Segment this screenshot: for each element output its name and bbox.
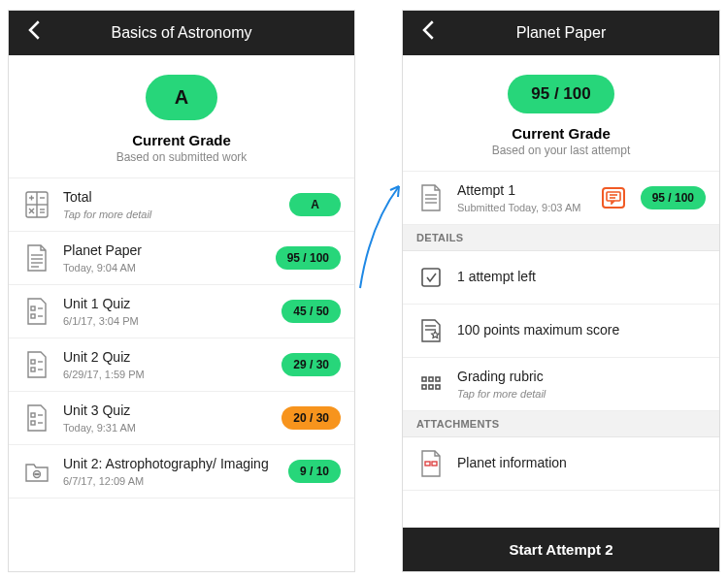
grade-summary: A Current Grade Based on submitted work bbox=[9, 55, 354, 178]
svg-rect-44 bbox=[436, 385, 440, 389]
svg-rect-36 bbox=[422, 269, 440, 286]
grade-pill: A bbox=[289, 193, 341, 216]
grade-item-unit3-quiz[interactable]: Unit 3 Quiz Today, 9:31 AM 20 / 30 bbox=[9, 392, 354, 445]
grade-summary: 95 / 100 Current Grade Based on your las… bbox=[403, 55, 719, 172]
start-attempt-button[interactable]: Start Attempt 2 bbox=[403, 528, 719, 571]
calculator-icon bbox=[22, 188, 51, 221]
grade-item-planet-paper[interactable]: Planet Paper Today, 9:04 AM 95 / 100 bbox=[9, 232, 354, 285]
folder-discussion-icon bbox=[22, 455, 51, 488]
item-title: Unit 3 Quiz bbox=[63, 402, 270, 420]
grade-item-total[interactable]: Total Tap for more detail A bbox=[9, 178, 354, 232]
header: Basics of Astronomy bbox=[9, 11, 354, 55]
attachment-title: Planet information bbox=[457, 455, 706, 472]
grades-screen: Basics of Astronomy A Current Grade Base… bbox=[8, 10, 355, 572]
rubric-icon bbox=[416, 368, 446, 401]
grade-item-unit2-quiz[interactable]: Unit 2 Quiz 6/29/17, 1:59 PM 29 / 30 bbox=[9, 338, 354, 392]
svg-rect-43 bbox=[429, 385, 433, 389]
attachment-row[interactable]: Planet information bbox=[403, 437, 719, 491]
grade-pill: 29 / 30 bbox=[281, 353, 341, 376]
current-grade-label: Current Grade bbox=[9, 132, 354, 148]
svg-rect-39 bbox=[422, 377, 426, 381]
current-grade-label: Current Grade bbox=[403, 125, 719, 142]
detail-max-points: 100 points maximum score bbox=[403, 305, 719, 358]
item-sub: Today, 9:04 AM bbox=[63, 262, 264, 273]
feedback-badge[interactable] bbox=[602, 187, 625, 209]
assignment-detail-screen: Planet Paper 95 / 100 Current Grade Base… bbox=[402, 10, 720, 572]
grade-pill: 9 / 10 bbox=[288, 460, 341, 483]
svg-rect-22 bbox=[31, 413, 35, 417]
attachment-doc-icon bbox=[416, 447, 446, 480]
item-sub: 6/7/17, 12:09 AM bbox=[63, 475, 277, 487]
item-title: Unit 2 Quiz bbox=[63, 349, 270, 367]
points-icon bbox=[416, 314, 446, 347]
attempt-score-pill: 95 / 100 bbox=[641, 186, 706, 209]
item-sub: Today, 9:31 AM bbox=[63, 422, 270, 434]
attachments-section-label: ATTACHMENTS bbox=[403, 411, 719, 437]
grade-item-list: Total Tap for more detail A Planet Paper… bbox=[9, 178, 354, 571]
document-icon bbox=[416, 181, 446, 214]
attempt-row[interactable]: Attempt 1 Submitted Today, 9:03 AM 95 / … bbox=[403, 172, 719, 225]
item-title: Unit 2: Astrophotography/ Imaging bbox=[63, 456, 277, 473]
svg-rect-41 bbox=[436, 377, 440, 381]
back-button[interactable] bbox=[20, 16, 50, 50]
grade-item-unit1-quiz[interactable]: Unit 1 Quiz 6/1/17, 3:04 PM 45 / 50 bbox=[9, 285, 354, 338]
overall-grade-pill: A bbox=[146, 75, 217, 120]
svg-rect-33 bbox=[607, 192, 620, 201]
item-sub: 6/1/17, 3:04 PM bbox=[63, 315, 270, 327]
svg-rect-46 bbox=[432, 462, 437, 466]
current-grade-sublabel: Based on submitted work bbox=[9, 150, 354, 164]
page-title: Planet Paper bbox=[444, 24, 678, 42]
svg-rect-45 bbox=[425, 462, 430, 466]
svg-rect-19 bbox=[31, 368, 35, 371]
detail-rubric[interactable]: Grading rubric Tap for more detail bbox=[403, 358, 719, 411]
details-section-label: DETAILS bbox=[403, 225, 719, 251]
item-title: Planet Paper bbox=[63, 242, 264, 260]
detail-text: 1 attempt left bbox=[457, 269, 706, 286]
grade-item-astrophotography[interactable]: Unit 2: Astrophotography/ Imaging 6/7/17… bbox=[9, 445, 354, 499]
attempt-title: Attempt 1 bbox=[457, 182, 590, 200]
header: Planet Paper bbox=[403, 11, 719, 55]
test-icon bbox=[22, 348, 51, 381]
svg-rect-15 bbox=[31, 314, 35, 318]
page-title: Basics of Astronomy bbox=[50, 24, 314, 42]
detail-sub: Tap for more detail bbox=[457, 388, 706, 400]
item-sub: 6/29/17, 1:59 PM bbox=[63, 369, 270, 380]
test-icon bbox=[22, 295, 51, 328]
item-sub: Tap for more detail bbox=[63, 209, 278, 220]
attempt-sub: Submitted Today, 9:03 AM bbox=[457, 202, 590, 213]
document-icon bbox=[22, 241, 51, 274]
detail-text: 100 points maximum score bbox=[457, 322, 706, 339]
current-grade-sublabel: Based on your last attempt bbox=[403, 144, 719, 157]
arrow-left-icon bbox=[414, 16, 444, 45]
checkbox-icon bbox=[416, 261, 446, 294]
grade-pill: 20 / 30 bbox=[281, 406, 341, 430]
grade-pill: 95 / 100 bbox=[276, 246, 341, 270]
svg-rect-18 bbox=[31, 360, 35, 364]
feedback-icon bbox=[606, 191, 621, 205]
svg-rect-42 bbox=[422, 385, 426, 389]
detail-attempts-left: 1 attempt left bbox=[403, 251, 719, 305]
test-icon bbox=[22, 402, 51, 434]
score-pill: 95 / 100 bbox=[508, 75, 613, 113]
grade-pill: 45 / 50 bbox=[281, 300, 341, 323]
svg-rect-14 bbox=[31, 306, 35, 310]
detail-text: Grading rubric bbox=[457, 369, 706, 386]
arrow-left-icon bbox=[20, 16, 50, 45]
svg-rect-40 bbox=[429, 377, 433, 381]
item-title: Unit 1 Quiz bbox=[63, 296, 270, 313]
back-button[interactable] bbox=[414, 16, 444, 50]
item-title: Total bbox=[63, 189, 278, 207]
svg-point-29 bbox=[38, 473, 39, 474]
svg-rect-23 bbox=[31, 421, 35, 425]
